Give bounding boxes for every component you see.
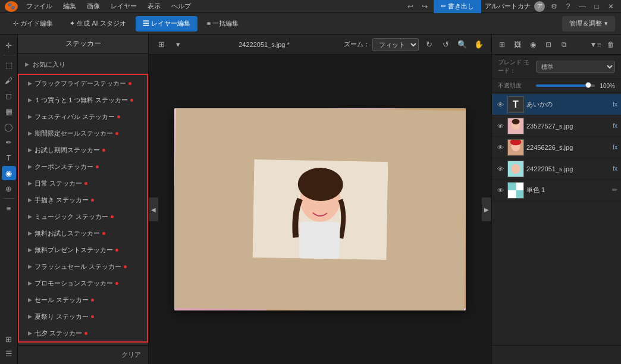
redo-button[interactable]: ↪ bbox=[419, 1, 430, 12]
zoom-dropdown[interactable]: フィット 100% 200% 50% bbox=[372, 38, 419, 51]
menu-edit[interactable]: 編集 bbox=[58, 1, 81, 12]
layer-fx-3[interactable]: fx bbox=[613, 144, 617, 150]
layer-item-text[interactable]: 👁 T あいかの fx bbox=[492, 94, 621, 115]
brush-tool[interactable]: 🖌 bbox=[2, 73, 16, 87]
minimize-icon[interactable]: — bbox=[577, 1, 588, 12]
canvas-dropdown-icon[interactable]: ▾ bbox=[171, 38, 184, 51]
adjust-tool[interactable]: ⊕ bbox=[2, 181, 16, 196]
sticker-tool[interactable]: ◉ bbox=[2, 166, 16, 180]
undo-button[interactable]: ↩ bbox=[405, 1, 416, 12]
layer-name-5: 単色 1 bbox=[526, 186, 610, 194]
opacity-label: 不透明度 bbox=[498, 81, 534, 90]
layer-name-3: 22456226_s.jpg bbox=[526, 144, 610, 151]
app-logo: 🐾 bbox=[5, 1, 18, 12]
sidebar-item-cat10[interactable]: ▶ 無料お試しステッカー bbox=[19, 225, 147, 241]
sidebar-item-cat11[interactable]: ▶ 無料プレゼントステッカー bbox=[19, 241, 147, 258]
layer-visibility-5[interactable]: 👁 bbox=[495, 186, 505, 195]
sidebar-favorites[interactable]: ▶ お気に入り bbox=[18, 56, 148, 73]
layer-item-photo3[interactable]: 👁 24222051_s.jpg fx bbox=[492, 158, 621, 180]
blend-mode-select[interactable]: 標準 乗算 スクリーン bbox=[536, 61, 615, 73]
layer-item-color[interactable]: 👁 単色 1 ✏ bbox=[492, 180, 621, 201]
grid-icon[interactable]: ⊞ bbox=[155, 38, 168, 51]
layer-visibility-4[interactable]: 👁 bbox=[495, 164, 505, 174]
close-icon[interactable]: ✕ bbox=[606, 1, 616, 12]
circle-icon[interactable]: ◉ bbox=[526, 38, 540, 51]
nav-arrow-right[interactable]: ▶ bbox=[482, 197, 491, 221]
sticker-categories-group: ▶ ブラックフライデーステッカー ▶ １つ買うと１つ無料 ステッカー ▶ フェス… bbox=[18, 74, 148, 343]
shape-tool[interactable]: ◯ bbox=[2, 120, 16, 134]
layer-thumb-1: T bbox=[507, 96, 524, 113]
sidebar-item-cat8[interactable]: ▶ 手描き ステッカー bbox=[19, 192, 147, 208]
canvas-filename: 24222051_s.jpg * bbox=[188, 41, 340, 48]
sidebar-item-cat12[interactable]: ▶ フラッシュセール ステッカー bbox=[19, 258, 147, 275]
layers-tool[interactable]: ≡ bbox=[2, 201, 16, 215]
sidebar-item-cat13[interactable]: ▶ プロモーションステッカー bbox=[19, 275, 147, 291]
menu-image[interactable]: 画像 bbox=[82, 1, 105, 12]
sidebar-item-cat6[interactable]: ▶ クーポンステッカー bbox=[19, 158, 147, 175]
left-toolbar: ✛ ⬚ 🖌 ◻ ▦ ◯ ✒ T ◉ ⊕ ≡ ⊞ ☰ bbox=[0, 34, 18, 364]
layer-visibility-2[interactable]: 👁 bbox=[495, 121, 505, 131]
photo-canvas: あいかの 成長記録 bbox=[174, 108, 466, 310]
chevron-cat5-icon: ▶ bbox=[28, 147, 32, 153]
maximize-icon[interactable]: □ bbox=[591, 1, 602, 12]
sidebar-item-cat16[interactable]: ▶ 七夕 ステッカー bbox=[19, 325, 147, 341]
settings-icon-left[interactable]: ☰ bbox=[2, 346, 16, 360]
photo-icon[interactable]: 🖼 bbox=[511, 38, 524, 51]
sidebar-item-cat4[interactable]: ▶ 期間限定セールステッカー bbox=[19, 125, 147, 142]
sidebar-item-cat1[interactable]: ▶ ブラックフライデーステッカー bbox=[19, 75, 147, 92]
menu-help[interactable]: ヘルプ bbox=[167, 1, 196, 12]
nav-arrow-left[interactable]: ◀ bbox=[149, 197, 158, 221]
right-panel: ⊞ 🖼 ◉ ⊡ ⧉ ▼≡ 🗑 ブレンド モード： 標準 乗算 スクリーン 不透明… bbox=[491, 34, 621, 364]
sidebar-item-cat3[interactable]: ▶ フェスティバル ステッカー bbox=[19, 108, 147, 125]
layer-fx-2[interactable]: fx bbox=[613, 123, 617, 129]
sidebar-item-cat14[interactable]: ▶ セール ステッカー bbox=[19, 291, 147, 308]
menu-file[interactable]: ファイル bbox=[21, 1, 57, 12]
filter-icon[interactable]: ▼≡ bbox=[589, 38, 602, 51]
layer-fx-4[interactable]: fx bbox=[613, 165, 617, 172]
chevron-cat8-icon: ▶ bbox=[28, 197, 32, 203]
select-tool[interactable]: ⬚ bbox=[2, 58, 16, 72]
tool-separator-2 bbox=[3, 198, 15, 199]
sidebar-item-cat9[interactable]: ▶ ミュージック ステッカー bbox=[19, 208, 147, 225]
move-tool[interactable]: ✛ bbox=[2, 38, 16, 52]
layer-edit-icon-5[interactable]: ✏ bbox=[612, 186, 617, 194]
clear-button[interactable]: クリア bbox=[121, 350, 141, 359]
layer-item-photo2[interactable]: 👁 22456226_s.jpg fx bbox=[492, 137, 621, 158]
text-tool[interactable]: T bbox=[2, 150, 16, 165]
batch-edit-button[interactable]: ≡ 一括編集 bbox=[200, 16, 246, 32]
layer-visibility-1[interactable]: 👁 bbox=[495, 100, 505, 109]
zoom-in-icon[interactable]: 🔍 bbox=[456, 38, 469, 51]
guide-edit-button[interactable]: ⊹ ガイド編集 bbox=[6, 16, 60, 32]
manage-button[interactable]: 管理＆調整 ▾ bbox=[562, 16, 615, 32]
sidebar-item-cat7[interactable]: ▶ 日常 ステッカー bbox=[19, 175, 147, 192]
text-icon[interactable]: ⊡ bbox=[542, 38, 555, 51]
ai-studio-button[interactable]: ✦ 生成 AI スタジオ bbox=[62, 16, 133, 32]
sidebar-item-cat15[interactable]: ▶ 夏祭り ステッカー bbox=[19, 308, 147, 325]
duplicate-icon[interactable]: ⧉ bbox=[557, 38, 570, 51]
rotate-cw-icon[interactable]: ↻ bbox=[422, 38, 435, 51]
main-content: ✛ ⬚ 🖌 ◻ ▦ ◯ ✒ T ◉ ⊕ ≡ ⊞ ☰ ステッカー ▶ お気に入り bbox=[0, 34, 621, 364]
rotate-ccw-icon[interactable]: ↺ bbox=[439, 38, 452, 51]
eraser-tool[interactable]: ◻ bbox=[2, 89, 16, 103]
layer-edit-button[interactable]: ☰ レイヤー編集 bbox=[136, 16, 197, 32]
opacity-row: 不透明度 100% bbox=[492, 79, 621, 93]
add-icon[interactable]: ⊞ bbox=[2, 332, 16, 346]
pan-icon[interactable]: ✋ bbox=[472, 38, 485, 51]
pen-tool[interactable]: ✒ bbox=[2, 135, 16, 149]
layer-visibility-3[interactable]: 👁 bbox=[495, 143, 505, 152]
layer-name-4: 24222051_s.jpg bbox=[526, 165, 610, 172]
layer-item-photo1[interactable]: 👁 23527527_s.jpg fx bbox=[492, 115, 621, 137]
gradient-tool[interactable]: ▦ bbox=[2, 104, 16, 118]
delete-icon[interactable]: 🗑 bbox=[604, 38, 617, 51]
menu-layer[interactable]: レイヤー bbox=[106, 1, 142, 12]
layer-fx-1[interactable]: fx bbox=[613, 101, 617, 108]
sidebar-item-cat2[interactable]: ▶ １つ買うと１つ無料 ステッカー bbox=[19, 92, 147, 108]
write-out-button[interactable]: ✏ 書き出し bbox=[434, 0, 481, 14]
add-layer-icon[interactable]: ⊞ bbox=[495, 38, 509, 51]
help-icon[interactable]: ? bbox=[563, 1, 573, 12]
menu-view[interactable]: 表示 bbox=[143, 1, 165, 12]
opacity-slider[interactable] bbox=[536, 84, 595, 87]
sidebar-item-cat5[interactable]: ▶ お試し期間ステッカー bbox=[19, 142, 147, 158]
settings-icon[interactable]: ⚙ bbox=[548, 1, 559, 12]
dot-cat9 bbox=[111, 215, 114, 218]
